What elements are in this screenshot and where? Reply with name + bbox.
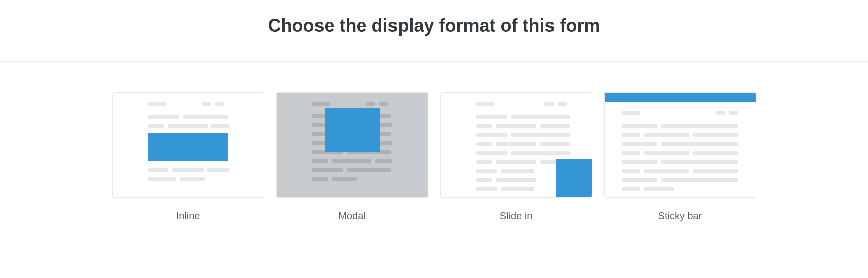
option-inline-preview — [112, 92, 264, 198]
option-modal-preview — [276, 92, 428, 198]
option-modal-label: Modal — [338, 210, 365, 222]
option-stickybar-label: Sticky bar — [658, 210, 702, 222]
modal-rect-icon — [325, 108, 380, 152]
option-slidein-preview — [440, 92, 592, 198]
slidein-rect-icon — [556, 159, 592, 197]
option-slidein[interactable]: Slide in — [440, 92, 592, 222]
page-title: Choose the display format of this form — [0, 15, 868, 36]
inline-bar-icon — [148, 133, 228, 161]
option-slidein-label: Slide in — [500, 210, 533, 222]
option-stickybar[interactable]: Sticky bar — [604, 92, 756, 222]
option-inline-label: Inline — [176, 210, 200, 222]
stickybar-topbar-icon — [605, 93, 756, 102]
option-modal[interactable]: Modal — [276, 92, 428, 222]
format-options: Inline — [0, 62, 868, 222]
option-stickybar-preview — [604, 92, 756, 198]
option-inline[interactable]: Inline — [112, 92, 264, 222]
form-display-format-chooser: Choose the display format of this form — [0, 0, 868, 222]
